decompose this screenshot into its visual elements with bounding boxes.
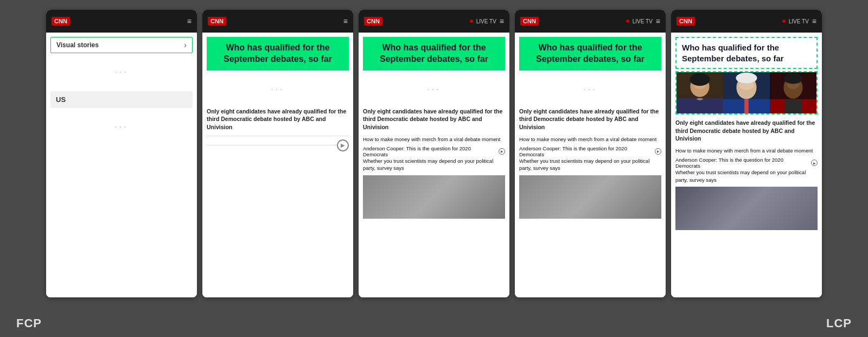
image-inner-3 [363, 175, 505, 219]
svg-rect-17 [784, 99, 801, 113]
phone-3-content: Who has qualified for the September deba… [359, 33, 509, 297]
phone-2-content: Who has qualified for the September deba… [202, 33, 353, 297]
link-2-phone4-container: Anderson Cooper: This is the question fo… [519, 145, 661, 157]
cnn-header-2: CNN ≡ [202, 10, 353, 33]
labels-row: FCP LCP [0, 312, 868, 337]
hamburger-icon-1[interactable]: ≡ [187, 17, 192, 26]
cnn-header-3: CNN LIVE TV ≡ [359, 10, 509, 33]
play-icon-small-4[interactable]: ▶ [655, 148, 661, 155]
main-article-text-3: Only eight candidates have already quali… [363, 107, 505, 131]
phone-4: CNN LIVE TV ≡ Who has qualified for the … [515, 10, 666, 297]
face-booker [770, 72, 816, 113]
candidate-faces-image [675, 71, 818, 115]
svg-point-5 [697, 98, 703, 100]
header-right-3: LIVE TV ≡ [470, 17, 504, 26]
us-section-bar: US [50, 91, 193, 108]
loading-dots-phone3: ··· [359, 74, 509, 105]
live-dot-5 [782, 20, 786, 23]
video-placeholder-row-2: ▶ [207, 139, 349, 151]
play-icon-small-3[interactable]: ▶ [499, 148, 505, 155]
headline-text-4: Who has qualified for the September deba… [526, 42, 655, 65]
cnn-logo-5: CNN [676, 17, 695, 26]
screenshots-row: CNN ≡ Visual stories › ··· US ··· CNN ≡ [0, 0, 868, 312]
link-3-phone4[interactable]: Whether you trust scientists may depend … [519, 157, 661, 172]
live-tv-label-4: LIVE TV [633, 18, 653, 24]
phone-5-content: Who has qualified for the September deba… [671, 33, 822, 297]
svg-point-4 [690, 73, 710, 86]
header-right-4: LIVE TV ≡ [626, 17, 660, 26]
loading-dots-2: ··· [46, 111, 197, 143]
bottom-image-phone3 [363, 175, 505, 219]
cnn-logo-3: CNN [364, 17, 382, 26]
chevron-right-icon: › [184, 41, 187, 49]
play-icon-2[interactable]: ▶ [337, 139, 349, 151]
headline-box-3: Who has qualified for the September deba… [363, 37, 505, 71]
svg-point-15 [783, 73, 802, 84]
link-3-phone5[interactable]: Whether you trust scientists may depend … [675, 169, 818, 183]
visual-stories-bar[interactable]: Visual stories › [50, 37, 193, 53]
cnn-logo-1: CNN [52, 17, 70, 26]
divider-2a [207, 136, 349, 136]
bottom-image-phone5 [675, 187, 818, 230]
headline-box-5: Who has qualified for the September deba… [675, 37, 818, 69]
link-2-phone5-container: Anderson Cooper: This is the question fo… [675, 157, 818, 169]
play-icon-small-5[interactable]: ▶ [811, 160, 818, 166]
hamburger-icon-2[interactable]: ≡ [343, 17, 348, 26]
main-container: CNN ≡ Visual stories › ··· US ··· CNN ≡ [0, 0, 868, 337]
cnn-header-5: CNN LIVE TV ≡ [671, 10, 822, 33]
main-article-text-4: Only eight candidates have already quali… [519, 107, 661, 131]
headline-box-2: Who has qualified for the September deba… [207, 37, 349, 71]
link-2-phone4[interactable]: Anderson Cooper: This is the question fo… [519, 145, 653, 157]
link-1-phone4[interactable]: How to make money with merch from a vira… [519, 136, 661, 143]
article-body-4: Only eight candidates have already quali… [515, 105, 666, 297]
live-tv-label-3: LIVE TV [476, 18, 496, 24]
bottom-image-phone4 [519, 175, 661, 219]
link-2-phone5[interactable]: Anderson Cooper: This is the question fo… [675, 157, 809, 169]
visual-stories-label: Visual stories [56, 41, 99, 49]
loading-dots-phone2: ··· [202, 74, 353, 105]
cnn-header-1: CNN ≡ [46, 10, 197, 33]
image-inner-4 [519, 175, 661, 219]
cnn-logo-2: CNN [208, 17, 226, 26]
svg-rect-11 [744, 99, 749, 113]
loading-dots-1: ··· [46, 56, 197, 88]
headline-text-5: Who has qualified for the September deba… [682, 42, 811, 63]
live-tv-label-5: LIVE TV [789, 18, 809, 24]
cnn-header-4: CNN LIVE TV ≡ [515, 10, 666, 33]
link-2-phone3-container: Anderson Cooper: This is the question fo… [363, 145, 505, 157]
live-dot-4 [626, 20, 629, 23]
hamburger-icon-3[interactable]: ≡ [500, 17, 504, 26]
article-body-2: Only eight candidates have already quali… [202, 105, 353, 297]
phone-1-content: Visual stories › ··· US ··· [46, 33, 197, 297]
phone-3: CNN LIVE TV ≡ Who has qualified for the … [359, 10, 509, 297]
main-article-text-2: Only eight candidates have already quali… [207, 107, 349, 131]
loading-dots-phone4: ··· [515, 74, 666, 105]
article-body-3: Only eight candidates have already quali… [359, 105, 509, 297]
link-1-phone3[interactable]: How to make money with merch from a vira… [363, 136, 505, 143]
svg-point-9 [736, 73, 757, 84]
phone-5: CNN LIVE TV ≡ Who has qualified for the … [671, 10, 822, 297]
image-inner-5 [675, 187, 818, 230]
face-biden [723, 72, 770, 113]
svg-rect-3 [676, 98, 723, 113]
cnn-logo-4: CNN [520, 17, 539, 26]
link-3-phone3[interactable]: Whether you trust scientists may depend … [363, 157, 505, 172]
article-body-5: Only eight candidates have already quali… [671, 117, 822, 297]
headline-text-2: Who has qualified for the September deba… [213, 42, 342, 65]
link-1-phone5[interactable]: How to make money with merch from a vira… [675, 147, 818, 154]
main-article-text-5: Only eight candidates have already quali… [675, 119, 818, 143]
phone-4-content: Who has qualified for the September deba… [515, 33, 666, 297]
headline-text-3: Who has qualified for the September deba… [369, 42, 499, 65]
lcp-label: LCP [826, 316, 852, 330]
headline-box-4: Who has qualified for the September deba… [519, 37, 661, 71]
link-2-phone3[interactable]: Anderson Cooper: This is the question fo… [363, 145, 497, 157]
fcp-label: FCP [16, 316, 42, 330]
face-kamala [676, 72, 723, 113]
header-right-5: LIVE TV ≡ [782, 17, 816, 26]
phone-1: CNN ≡ Visual stories › ··· US ··· [46, 10, 197, 297]
hamburger-icon-5[interactable]: ≡ [812, 17, 816, 26]
phone-2: CNN ≡ Who has qualified for the Septembe… [202, 10, 353, 297]
live-dot-3 [470, 20, 473, 23]
hamburger-icon-4[interactable]: ≡ [656, 17, 660, 26]
